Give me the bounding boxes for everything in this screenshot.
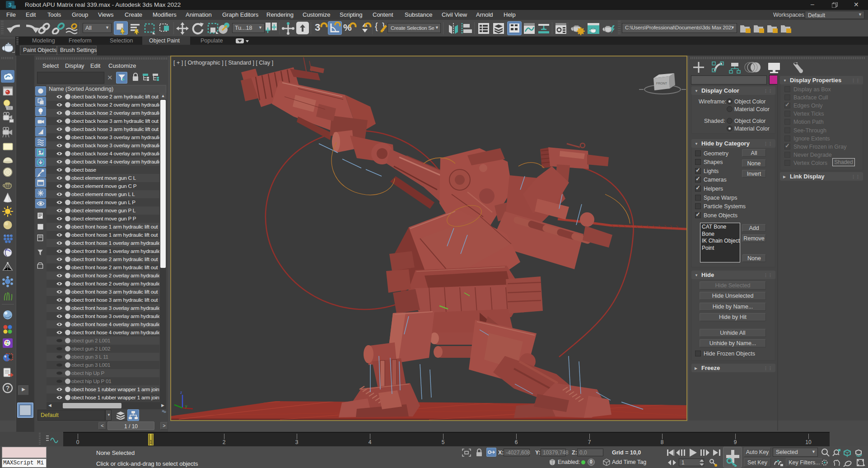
- svg-text:FRONT: FRONT: [656, 82, 667, 85]
- svg-text:z: z: [180, 390, 182, 395]
- svg-text:?: ?: [6, 384, 10, 392]
- svg-text:3: 3: [8, 1, 11, 8]
- svg-text:y: y: [185, 404, 187, 408]
